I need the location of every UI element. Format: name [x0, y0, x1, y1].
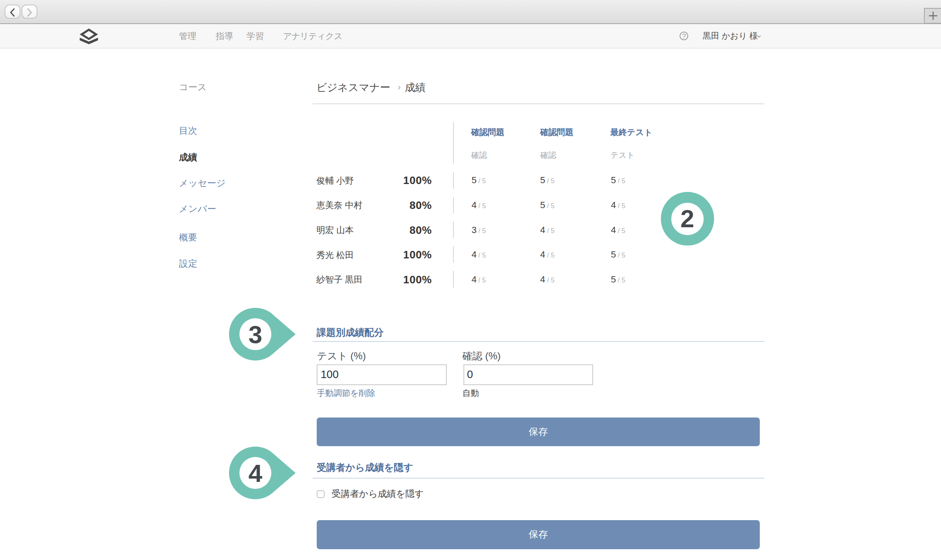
- svg-text:4: 4: [249, 459, 263, 487]
- svg-text:3: 3: [249, 321, 262, 349]
